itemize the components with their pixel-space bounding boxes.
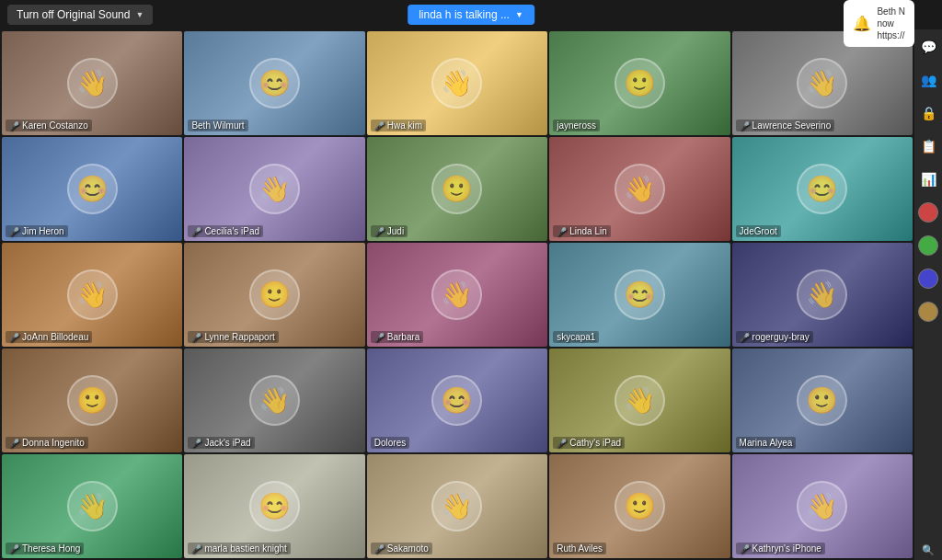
participant-tile[interactable]: 😊Dolores <box>367 349 547 452</box>
participant-name-tag: Ruth Aviles <box>553 543 606 554</box>
participant-name: Lawrence Severino <box>752 120 832 131</box>
participant-tile[interactable]: 😊Beth Wilmurt <box>184 31 364 135</box>
participant-tile[interactable]: 👋🎤Kathryn's iPhone <box>732 454 913 558</box>
turn-off-sound-button[interactable]: Turn off Original Sound ▼ <box>7 5 153 25</box>
muted-mic-icon: 🎤 <box>740 121 750 131</box>
participant-avatar: 👋 <box>615 375 665 426</box>
sidebar-avatar-3[interactable] <box>918 269 938 289</box>
participant-name: Cecilia's iPad <box>204 226 259 236</box>
participant-avatar: 👋 <box>431 58 482 109</box>
sidebar-avatar-4[interactable] <box>918 302 938 322</box>
participant-avatar: 👋 <box>431 481 482 531</box>
participant-tile[interactable]: 🙂Marina Alyea <box>732 349 913 452</box>
muted-mic-icon: 🎤 <box>191 439 201 448</box>
participant-avatar: 😊 <box>249 58 300 109</box>
talking-dropdown-arrow: ▼ <box>515 10 523 19</box>
participant-name: marla bastien knight <box>204 543 287 554</box>
muted-mic-icon: 🎤 <box>9 544 19 554</box>
participant-tile[interactable]: 🙂🎤Judi <box>367 137 547 241</box>
muted-mic-icon: 🎤 <box>374 333 385 342</box>
participant-avatar: 🙂 <box>615 58 665 109</box>
notification-time: now <box>877 18 893 29</box>
participant-name: Jack's iPad <box>204 438 250 448</box>
participant-name: Marina Alyea <box>740 438 793 448</box>
participant-name: Donna Ingenito <box>22 438 85 448</box>
participant-name-tag: Dolores <box>371 437 409 449</box>
sidebar-share-icon[interactable]: 📋 <box>918 136 938 156</box>
participant-name: JdeGroot <box>740 226 777 236</box>
participant-tile[interactable]: 👋🎤Sakamoto <box>367 454 547 558</box>
muted-mic-icon: 🎤 <box>740 544 750 554</box>
talking-label: linda h is talking ... <box>419 8 510 21</box>
muted-mic-icon: 🎤 <box>374 121 385 131</box>
sidebar-stats-icon[interactable]: 📊 <box>918 169 938 189</box>
participant-avatar: 👋 <box>431 269 482 320</box>
participant-name: Sakamoto <box>387 543 429 554</box>
sidebar-chat-icon[interactable]: 💬 <box>918 37 938 57</box>
participant-tile[interactable]: 👋🎤Cecilia's iPad <box>184 137 364 241</box>
participant-name-tag: 🎤Theresa Hong <box>6 543 84 554</box>
participant-name-tag: Marina Alyea <box>736 437 797 449</box>
participant-tile[interactable]: 👋🎤JoAnn Billodeau <box>2 243 182 347</box>
muted-mic-icon: 🎤 <box>9 121 19 131</box>
participant-avatar: 👋 <box>797 269 847 320</box>
participant-tile[interactable]: 👋🎤Barbara <box>367 243 547 347</box>
participant-name-tag: 🎤Jack's iPad <box>188 437 254 449</box>
participant-tile[interactable]: 👋🎤Theresa Hong <box>2 454 182 558</box>
participant-avatar: 👋 <box>67 269 118 320</box>
participant-tile[interactable]: 👋🎤Karen Costanzo <box>2 31 182 135</box>
participant-tile[interactable]: 😊JdeGroot <box>732 137 913 241</box>
muted-mic-icon: 🎤 <box>9 333 19 342</box>
participant-tile[interactable]: 👋🎤Hwa kim <box>367 31 547 135</box>
participant-avatar: 👋 <box>797 58 847 109</box>
participant-name-tag: 🎤Donna Ingenito <box>6 437 88 449</box>
sidebar-participants-icon[interactable]: 👥 <box>918 70 938 90</box>
participant-grid: 👋🎤Karen Costanzo😊Beth Wilmurt👋🎤Hwa kim🙂j… <box>0 29 914 560</box>
participant-tile[interactable]: 😊🎤Jim Heron <box>2 137 182 241</box>
participant-name: skycapa1 <box>557 332 595 342</box>
participant-avatar: 👋 <box>797 481 847 531</box>
participant-name-tag: 🎤Sakamoto <box>371 543 432 554</box>
muted-mic-icon: 🎤 <box>191 333 201 342</box>
participant-name: Theresa Hong <box>22 543 80 554</box>
notification-text: Beth N now https:// <box>877 6 905 41</box>
participant-name-tag: JdeGroot <box>736 225 781 237</box>
participant-tile[interactable]: 👋🎤Linda Lin <box>549 137 729 241</box>
participant-name-tag: 🎤Karen Costanzo <box>6 120 92 131</box>
participant-tile[interactable]: 👋🎤Jack's iPad <box>184 349 364 452</box>
participant-avatar: 👋 <box>67 58 118 109</box>
talking-indicator[interactable]: linda h is talking ... ▼ <box>408 5 534 25</box>
participant-avatar: 😊 <box>797 164 847 214</box>
participant-tile[interactable]: 🙂jayneross <box>549 31 729 135</box>
participant-name-tag: 🎤Lynne Rappaport <box>188 331 278 343</box>
participant-tile[interactable]: 😊skycapa1 <box>549 243 729 347</box>
sidebar-avatar-1[interactable] <box>918 202 938 223</box>
muted-mic-icon: 🎤 <box>374 544 385 554</box>
participant-avatar: 👋 <box>615 164 665 214</box>
muted-mic-icon: 🎤 <box>9 227 19 236</box>
participant-name-tag: 🎤Judi <box>371 225 408 237</box>
participant-tile[interactable]: 👋🎤rogerguy-bray <box>732 243 913 347</box>
participant-tile[interactable]: 🙂Ruth Aviles <box>549 454 729 558</box>
participant-tile[interactable]: 👋🎤Cathy's iPad <box>549 349 729 452</box>
participant-name: Karen Costanzo <box>22 120 88 131</box>
participant-tile[interactable]: 🙂🎤Lynne Rappaport <box>184 243 364 347</box>
participant-avatar: 👋 <box>249 164 300 214</box>
participant-avatar: 😊 <box>249 481 300 531</box>
participant-tile[interactable]: 😊🎤marla bastien knight <box>184 454 364 558</box>
participant-avatar: 😊 <box>67 164 118 214</box>
participant-avatar: 🙂 <box>249 269 300 320</box>
participant-tile[interactable]: 🙂🎤Donna Ingenito <box>2 349 182 452</box>
participant-name: Cathy's iPad <box>569 438 621 448</box>
notification-panel[interactable]: 🔔 Beth N now https:// <box>844 0 914 47</box>
participant-name: Hwa kim <box>387 120 422 131</box>
participant-avatar: 👋 <box>249 375 300 426</box>
sidebar-search-icon[interactable]: 🔍 <box>918 540 938 560</box>
muted-mic-icon: 🎤 <box>374 227 385 236</box>
participant-name: Lynne Rappaport <box>204 332 274 342</box>
sidebar-security-icon[interactable]: 🔒 <box>918 103 938 123</box>
participant-name-tag: 🎤Jim Heron <box>6 225 68 237</box>
participant-avatar: 😊 <box>615 269 665 320</box>
sidebar-avatar-2[interactable] <box>918 235 938 256</box>
participant-name: Barbara <box>387 332 420 342</box>
